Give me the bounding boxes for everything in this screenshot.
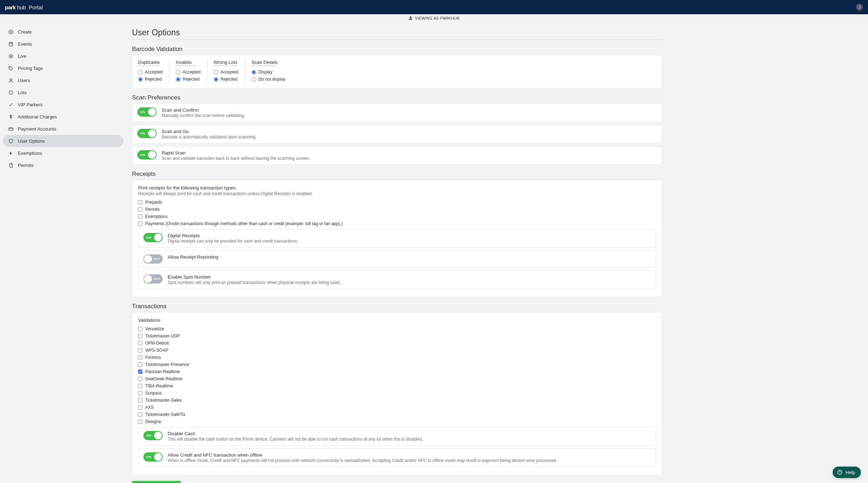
bv-radio-b[interactable] [176,77,181,82]
toggle-switch[interactable]: ON [143,452,163,462]
toggle-text: Allow Receipt Reprinting [168,254,218,260]
provider-checkbox[interactable] [138,327,142,331]
provider-checkbox[interactable] [138,370,142,374]
provider-sunpass[interactable]: Sunpass [138,391,656,396]
toggle-switch[interactable]: ON [137,129,157,138]
provider-checkbox[interactable] [138,420,142,424]
bv-option-a[interactable]: Accepted [214,70,238,75]
sidebar-item-payment-accounts[interactable]: Payment Accounts [3,123,123,135]
section-barcode-validation: Barcode Validation [132,46,662,53]
help-button[interactable]: Help [833,467,861,478]
bv-radio-b[interactable] [214,77,218,82]
provider-fortress[interactable]: Fortress [138,355,656,360]
sidebar-item-additional-charges[interactable]: Additional Charges [3,111,123,123]
sidebar-item-pricing-tags[interactable]: Pricing Tags [3,62,123,74]
receipt-type-checkbox[interactable] [138,207,142,212]
provider-wps-soap[interactable]: WPS-SOAP [138,348,656,353]
receipt-type-checkbox[interactable] [138,214,142,219]
provider-checkbox[interactable] [138,384,142,388]
bv-radio-b[interactable] [138,77,143,82]
receipt-type-permits[interactable]: Permits [138,207,656,212]
provider-checkbox[interactable] [138,391,142,395]
provider-checkbox[interactable] [138,348,142,352]
sidebar-icon [8,90,14,95]
receipt-type-prepaids[interactable]: Prepaids [138,200,656,205]
toggle-switch[interactable]: ON [143,233,163,242]
bv-option-b-label: Do not display [258,77,285,82]
sidebar-item-live[interactable]: Live [3,50,123,62]
receipt-type-exemptions[interactable]: Exemptions [138,214,656,219]
sidebar-item-user-options[interactable]: User Options [3,135,123,147]
provider-checkbox[interactable] [138,405,142,410]
section-scan-preferences: Scan Preferences [132,94,662,101]
calendar-icon [8,41,14,47]
bv-radio-b[interactable] [252,77,256,82]
provider-ticketmaster-sales[interactable]: Ticketmaster-Sales [138,398,656,403]
bv-radio-a[interactable] [214,70,218,75]
provider-checkbox[interactable] [138,362,142,367]
provider-label: Paciolan-Realtime [145,369,180,374]
sidebar-item-permits[interactable]: Permits [3,159,123,171]
toggle-state-label: ON [140,110,145,114]
sidebar-item-lots[interactable]: Lots [3,86,123,98]
toggle-switch[interactable]: OFF [143,274,163,284]
provider-tiba-realtime[interactable]: TIBA-Realtime [138,383,656,388]
bv-option-a[interactable]: Accepted [138,70,163,75]
sidebar-item-label: User Options [18,138,45,144]
toggle-switch[interactable]: OFF [143,254,163,264]
sidebar-item-vip-parkers[interactable]: VIP Parkers [3,98,123,111]
bv-option-b[interactable]: Rejected [176,77,200,82]
save-user-options-button[interactable]: Save User Options [132,481,181,483]
provider-upm-detroit[interactable]: UPM-Detroit [138,341,656,346]
brand-logo[interactable]: parkhub Portal [5,4,43,10]
bv-option-b[interactable]: Rejected [214,77,238,82]
receipts-panel: Print receipts for the following transac… [132,180,662,297]
provider-axs[interactable]: AXS [138,405,656,410]
toggle-switch[interactable]: ON [143,431,163,440]
bv-option-b[interactable]: Rejected [138,77,163,82]
avatar[interactable]: J [856,4,863,11]
toggle-row-disable-cash: ON Disable Cash This will disable the ca… [138,427,656,446]
provider-checkbox[interactable] [138,355,142,360]
receipt-type-checkbox[interactable] [138,200,142,204]
receipt-type-payments[interactable]: Payments (Onsite transactions through me… [138,221,656,226]
provider-ticketmaster-udp[interactable]: Ticketmaster-UDP [138,334,656,339]
bv-option-a-label: Accepted [220,70,238,75]
sidebar-item-label: Create [18,29,32,35]
provider-paciolan-realtime[interactable]: Paciolan-Realtime [138,369,656,374]
sidebar-item-exemptions[interactable]: Exemptions [3,147,123,159]
bv-option-b[interactable]: Do not display [252,77,285,82]
receipt-type-label: Permits [145,207,160,212]
toggle-desc: This will disable the cash button on the… [168,437,423,442]
bv-option-a[interactable]: Accepted [176,70,200,75]
sidebar-icon [8,66,14,71]
provider-checkbox[interactable] [138,412,142,417]
provider-venuetize[interactable]: Venuetize [138,326,656,331]
bv-radio-a[interactable] [138,70,143,75]
sidebar-item-create[interactable]: Create [3,26,123,38]
provider-designa[interactable]: Designa [138,419,656,424]
bv-option-a[interactable]: Display [252,70,285,75]
bv-radio-a[interactable] [252,70,256,75]
svg-point-2 [10,55,11,57]
sidebar-item-events[interactable]: Events [3,38,123,50]
toggle-switch[interactable]: ON [137,150,157,159]
toggle-knob [148,151,156,159]
receipt-type-checkbox[interactable] [138,222,142,226]
receipt-type-label: Payments (Onsite transactions through me… [145,221,342,226]
receipt-type-label: Exemptions [145,214,168,219]
toggle-switch[interactable]: ON [137,107,157,117]
provider-checkbox[interactable] [138,341,142,345]
svg-rect-1 [9,42,12,46]
provider-checkbox[interactable] [138,334,142,338]
svg-point-5 [10,78,12,80]
provider-seatgeek-realtime[interactable]: SeatGeek-Realtime [138,376,656,381]
provider-ticketmaster-safetix[interactable]: Ticketmaster-SafeTix [138,412,656,417]
provider-checkbox[interactable] [138,377,142,381]
bv-radio-a[interactable] [176,70,181,75]
sidebar-item-users[interactable]: Users [3,74,123,86]
provider-checkbox[interactable] [138,398,142,402]
toggle-text: Enable Spot Number Spot numbers will onl… [168,274,341,285]
provider-ticketmaster-presence[interactable]: Ticketmaster-Presence [138,362,656,367]
sidebar-item-label: VIP Parkers [18,102,42,107]
